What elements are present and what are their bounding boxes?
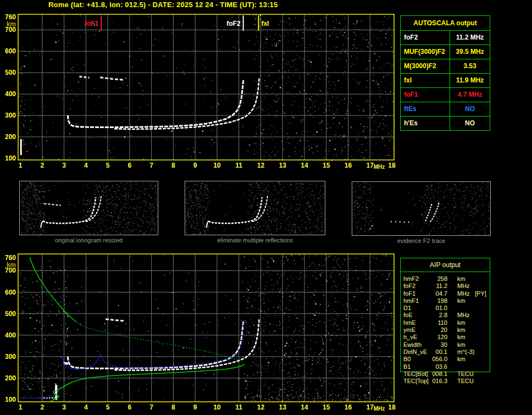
parameter-value: 110	[420, 319, 447, 327]
parameter-value: 20	[420, 327, 447, 334]
parameter-value: 30	[420, 341, 447, 348]
parameter-unit: km	[457, 334, 465, 341]
parameter-label: foF2	[403, 283, 415, 290]
table-body: hmF2258kmfoF211.2MHzfoF104.7MHz[PY]hmF11…	[400, 275, 490, 385]
x-tick-label: 18	[388, 403, 396, 411]
x-tick-label: 5	[106, 162, 110, 169]
thumbnail-image	[19, 181, 158, 235]
x-tick-label: 15	[323, 403, 330, 411]
parameter-value: 11.2 MHz	[450, 31, 490, 45]
x-tick-label: 11	[235, 162, 242, 169]
parameter-value: 120	[420, 334, 447, 341]
x-tick-label: 9	[193, 162, 197, 169]
x-tick-label: 9	[193, 403, 197, 411]
aip-row-B1: B103.6	[400, 363, 490, 370]
parameter-label: hmF1	[403, 297, 419, 305]
parameter-unit: km	[457, 297, 465, 305]
parameter-value: 016.3	[420, 378, 447, 385]
y-tick-label: 100	[5, 396, 16, 403]
parameter-unit: km	[457, 327, 465, 334]
thumbnail-image	[185, 181, 325, 235]
aip-row-hmF2: hmF2258km	[400, 275, 490, 283]
parameter-unit: m^(-3)	[457, 348, 474, 356]
parameter-unit: km	[457, 356, 465, 363]
autoscala-screen: Rome (lat: +41.8, lon: 012.5) - DATE: 20…	[0, 0, 532, 415]
parameter-unit: km	[457, 319, 465, 327]
parameter-value: 39.5 MHz	[450, 45, 490, 59]
thumbnail-caption: eliminate multiple reflections	[185, 237, 325, 244]
y-tick-label: 200	[5, 374, 16, 382]
autoscala-row-M(3000)F2: M(3000)F23.53	[401, 59, 490, 74]
parameter-label: B0	[403, 356, 411, 363]
parameter-value: 258	[420, 275, 447, 283]
parameter-unit: km	[457, 341, 465, 348]
y-tick-label: 200	[5, 133, 16, 141]
x-tick-label: 14	[301, 162, 308, 169]
y-axis-unit: km	[7, 20, 16, 28]
parameter-label: ymE	[403, 327, 415, 334]
aip-row-foE: foE2.8MHz	[400, 312, 490, 319]
aip-row-ymE: ymE20km	[400, 327, 490, 334]
x-tick-label: 6	[128, 403, 131, 411]
x-axis-unit: MHz	[374, 164, 385, 170]
parameter-unit: MHz	[457, 312, 470, 319]
x-tick-label: 16	[345, 403, 352, 411]
parameter-value: 056.0	[420, 356, 447, 363]
series-restored-trace-E-asymptote	[60, 380, 61, 381]
parameter-unit: MHz	[457, 290, 470, 297]
x-tick-label: 13	[279, 162, 286, 169]
aip-row-h_vE: h_vE120km	[400, 334, 490, 341]
y-axis-unit: km	[7, 261, 16, 269]
parameter-value: 01.0	[420, 305, 447, 312]
autoscala-row-MUF(3000)F2: MUF(3000)F239.5 MHz	[401, 45, 490, 59]
parameter-label: B1	[403, 363, 411, 370]
y-tick-label: 600	[5, 47, 16, 55]
parameter-value: NO	[450, 117, 490, 130]
parameter-label: MUF(3000)F2	[401, 45, 450, 59]
aip-row-foF2: foF211.2MHz	[400, 283, 490, 290]
parameter-value: 03.6	[420, 363, 447, 370]
parameter-label: foE	[403, 312, 413, 319]
y-tick-label: 760	[5, 13, 16, 21]
table-header-separator	[400, 272, 490, 272]
x-tick-label: 1	[19, 403, 23, 411]
x-tick-label: 8	[171, 162, 175, 169]
parameter-value: 04.7	[420, 290, 447, 297]
ionogram-plot: foF1foF2fxI123456789101112131415161718MH…	[0, 0, 401, 174]
parameter-label: M(3000)F2	[401, 59, 450, 73]
parameter-note: [PY]	[475, 290, 486, 297]
x-tick-label: 15	[323, 162, 330, 169]
x-tick-label: 7	[149, 403, 153, 411]
parameter-label: hmF2	[403, 275, 419, 283]
thumbnail-evidence-f2-trace: evidence F2 trace	[352, 181, 491, 244]
parameter-unit: TECU	[457, 370, 474, 378]
parameter-label: fxI	[401, 74, 450, 87]
parameter-label: foF1	[401, 88, 450, 102]
y-tick-label: 500	[5, 310, 16, 318]
x-tick-label: 4	[84, 403, 88, 411]
y-tick-label: 300	[5, 353, 16, 361]
table-header: AUTOSCALA output	[401, 16, 490, 31]
autoscala-row-fxI: fxI11.9 MHz	[401, 74, 490, 88]
series-restored-trace-E-asymptote	[60, 357, 62, 358]
parameter-label: foF1	[403, 290, 415, 297]
thumbnail-caption: original ionogram resized	[19, 237, 158, 244]
x-tick-label: 10	[213, 403, 221, 411]
parameter-value: NO	[450, 102, 490, 116]
x-tick-label: 3	[62, 162, 66, 169]
parameter-unit: km	[457, 275, 465, 283]
y-tick-label: 100	[5, 154, 16, 162]
x-tick-label: 1	[19, 162, 23, 169]
autoscala-output-table: AUTOSCALA output foF211.2 MHzMUF(3000)F2…	[400, 15, 490, 131]
aip-row-DelN_vE: DelN_vE00.1m^(-3)	[400, 348, 490, 356]
y-tick-label: 600	[5, 289, 16, 296]
y-tick-label: 300	[5, 112, 16, 119]
x-tick-label: 3	[62, 403, 66, 411]
x-tick-label: 12	[257, 162, 265, 169]
profile-plot: 123456789101112131415161718MHz7607006005…	[0, 247, 401, 415]
x-tick-label: 14	[301, 403, 308, 411]
y-tick-label: 400	[5, 331, 16, 339]
parameter-value: 2.8	[420, 312, 447, 319]
aip-row-hmE: hmE110km	[400, 319, 490, 327]
marker-label-foF1: foF1	[85, 20, 99, 27]
